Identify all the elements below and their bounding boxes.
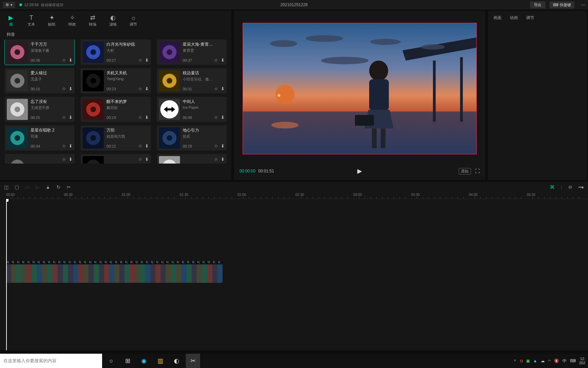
download-icon[interactable]: ⬇ (69, 115, 72, 120)
rotate-tool-icon[interactable]: ↻ (56, 184, 61, 190)
music-artist: 就是南方凯 (107, 134, 148, 139)
mirror-tool-icon[interactable]: ▲ (46, 184, 50, 190)
tray-ime-label[interactable]: 中 (562, 358, 567, 364)
favorite-icon[interactable]: ☆ (214, 143, 218, 149)
favorite-icon[interactable]: ☆ (214, 115, 218, 120)
favorite-icon[interactable]: ☆ (62, 157, 66, 162)
download-icon[interactable]: ⬇ (221, 143, 225, 149)
download-icon[interactable]: ⬇ (221, 115, 225, 120)
crop-tool-icon[interactable]: ✂ (67, 184, 71, 190)
zoom-out-icon[interactable]: ⊖ (568, 184, 572, 190)
music-card[interactable]: 星辰大海-黄霄… 黄霄雲 00:37 ☆ ⬇ (157, 40, 227, 65)
props-tab-调节[interactable]: 调节 (526, 15, 534, 21)
download-icon[interactable]: ⬇ (69, 58, 72, 63)
music-card[interactable]: 枕边童话 小田音乐社、傲… 00:31 ☆ ⬇ (157, 68, 227, 93)
download-icon[interactable]: ⬇ (145, 86, 149, 91)
music-card[interactable]: 渐冷 ☆ ⬇ (157, 154, 227, 164)
media-tab-贴纸[interactable]: ✦ 贴纸 (42, 13, 61, 28)
shortcut-button[interactable]: ⌨ 快捷键 (550, 1, 574, 9)
favorite-icon[interactable]: ☆ (62, 143, 66, 149)
download-icon[interactable]: ⬇ (145, 115, 149, 120)
tray-app1-icon[interactable]: ◘ (520, 358, 523, 363)
search-input[interactable]: 在这里输入你要搜索的内容 (0, 354, 102, 368)
favorite-icon[interactable]: ☆ (138, 143, 142, 149)
download-icon[interactable]: ⬇ (69, 157, 72, 162)
minimize-icon[interactable]: — (581, 2, 585, 7)
explorer-icon[interactable]: ▥ (153, 354, 167, 368)
favorite-icon[interactable]: ☆ (214, 157, 218, 162)
obs-icon[interactable]: ◐ (169, 354, 184, 368)
delete-tool-icon[interactable]: ▢ (15, 184, 19, 190)
music-card[interactable]: 等你归来（剪辑… ☆ ⬇ (5, 154, 75, 164)
favorite-icon[interactable]: ☆ (138, 58, 142, 63)
playhead[interactable] (6, 199, 7, 350)
tray-volume-icon[interactable]: 🔇 (554, 358, 559, 363)
edge-icon[interactable]: ◉ (137, 354, 151, 368)
export-button[interactable]: 导出 (530, 1, 545, 9)
download-icon[interactable]: ⬇ (221, 58, 225, 63)
media-tab-文本[interactable]: T 文本 (22, 13, 41, 28)
tray-app3-icon[interactable]: ▲ (533, 358, 537, 363)
favorite-icon[interactable]: ☆ (214, 58, 218, 63)
fullscreen-icon[interactable]: ⛶ (475, 168, 480, 174)
favorite-icon[interactable]: ☆ (214, 86, 218, 91)
props-tab-画面[interactable]: 画面 (493, 15, 502, 21)
magnet-icon[interactable]: ⌘ (550, 184, 555, 190)
music-cover (159, 156, 180, 164)
svg-rect-49 (433, 61, 436, 122)
favorite-icon[interactable]: ☆ (62, 86, 66, 91)
jianying-icon[interactable]: ✂ (186, 354, 200, 368)
split-tool-icon[interactable]: ◫ (4, 184, 9, 190)
download-icon[interactable]: ⬇ (69, 86, 72, 91)
clock-time: 12: (579, 357, 585, 361)
media-tab-特效[interactable]: ✧ 特效 (63, 13, 82, 28)
svg-point-28 (15, 135, 20, 141)
video-clip[interactable]: 1(1(1(1(1(1(1(1(1(1(1(1(1(1(1(1(1(1(1(1(… (6, 260, 223, 283)
music-card[interactable]: 醒不来的梦 戴羽彤 00:19 ☆ ⬇ (81, 97, 150, 122)
music-card[interactable]: 不懂事 ☆ ⬇ (81, 154, 150, 164)
favorite-icon[interactable]: ☆ (138, 86, 142, 91)
music-card[interactable]: 千千万万 深海鱼子酱 00:36 ☆ ⬇ (5, 40, 75, 65)
tray-clock[interactable]: 12: 202 (579, 357, 585, 365)
download-icon[interactable]: ⬇ (145, 58, 149, 63)
music-card[interactable]: 白月光与朱砂痣 大籽 00:27 ☆ ⬇ (81, 40, 150, 65)
favorite-icon[interactable]: ☆ (62, 58, 66, 63)
ratio-button[interactable]: 原始 (459, 168, 471, 174)
media-tab-label: 转场 (89, 22, 96, 27)
music-cover (83, 42, 104, 63)
tray-onedrive-icon[interactable]: ☁ (541, 358, 545, 363)
music-card[interactable]: 中间人 Ice Paper 00:49 ☆ ⬇ (157, 97, 227, 122)
props-tab-动画[interactable]: 动画 (510, 15, 518, 21)
play-button[interactable]: ▶ (357, 167, 362, 175)
music-card[interactable]: 忘了没有 王靖雯不胖 00:25 ☆ ⬇ (5, 97, 75, 122)
cortana-icon[interactable]: ○ (104, 354, 118, 368)
music-card[interactable]: 万拒 就是南方凯 00:22 ☆ ⬇ (81, 125, 150, 151)
music-card[interactable]: 地心引力 拾贰 00:29 ☆ ⬇ (157, 125, 227, 151)
media-tab-转场[interactable]: ⇄ 转场 (83, 13, 102, 28)
favorite-icon[interactable]: ☆ (62, 115, 66, 120)
download-icon[interactable]: ⬇ (145, 143, 149, 149)
music-card[interactable]: 爱人错过 无孟子 00:16 ☆ ⬇ (5, 68, 75, 93)
download-icon[interactable]: ⬇ (145, 157, 149, 162)
preview-viewport[interactable] (243, 23, 477, 154)
music-card[interactable]: 星星在唱歌 2 司南 00:34 ☆ ⬇ (5, 125, 75, 151)
taskview-icon[interactable]: ⊞ (120, 354, 135, 368)
download-icon[interactable]: ⬇ (69, 143, 72, 149)
media-tab-滤镜[interactable]: ◐ 滤镜 (103, 13, 122, 28)
menu-button[interactable]: 单 ▾ (3, 2, 15, 8)
timeline-tracks[interactable]: 1(1(1(1(1(1(1(1(1(1(1(1(1(1(1(1(1(1(1(1(… (6, 199, 588, 350)
download-icon[interactable]: ⬇ (221, 86, 225, 91)
media-tab-调节[interactable]: ☼ 调节 (124, 13, 143, 28)
favorite-icon[interactable]: ☆ (138, 115, 142, 120)
tray-chevron-icon[interactable]: ＾ (513, 358, 517, 364)
tray-wifi-icon[interactable]: ⌔ (548, 358, 551, 363)
media-tab-频[interactable]: ▶ 频 (1, 13, 20, 28)
download-icon[interactable]: ⬇ (221, 157, 225, 162)
media-tab-icon: ▶ (9, 14, 13, 21)
tray-keyboard-icon[interactable]: ⌨ (570, 358, 576, 363)
favorite-icon[interactable]: ☆ (138, 157, 142, 162)
music-card[interactable]: 关机又关机 YangYang 00:23 ☆ ⬇ (81, 68, 150, 93)
tray-app2-icon[interactable]: ▣ (526, 358, 530, 363)
zoom-slider-icon[interactable]: ━● (578, 184, 584, 190)
timeline-ruler[interactable]: 00:0000:3001:0001:3002:0002:3003:0003:30… (6, 192, 588, 199)
